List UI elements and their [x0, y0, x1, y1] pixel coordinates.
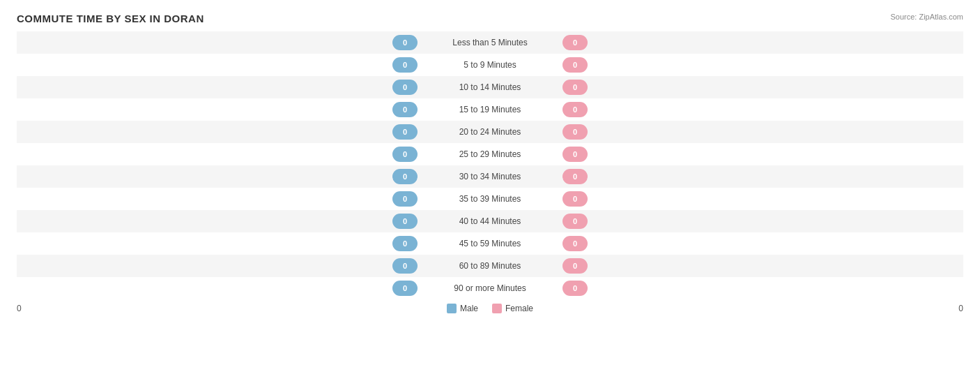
row-label: 10 to 14 Minutes — [420, 82, 560, 92]
female-pill: 0 — [562, 57, 588, 73]
female-pill: 0 — [562, 147, 588, 162]
female-swatch — [492, 304, 502, 313]
left-side: 0 — [17, 258, 420, 274]
bar-row: 0 5 to 9 Minutes 0 — [17, 54, 963, 76]
row-label: 40 to 44 Minutes — [420, 216, 560, 226]
bar-row: 0 90 or more Minutes 0 — [17, 277, 963, 299]
axis-label-left: 0 — [17, 304, 22, 313]
male-pill: 0 — [392, 80, 418, 95]
male-pill: 0 — [392, 169, 418, 184]
female-pill: 0 — [562, 35, 588, 50]
row-label: 20 to 24 Minutes — [420, 127, 560, 137]
female-pill: 0 — [562, 80, 588, 95]
male-pill: 0 — [392, 147, 418, 162]
right-side: 0 — [560, 236, 963, 251]
male-pill: 0 — [392, 214, 418, 229]
left-side: 0 — [17, 102, 420, 117]
row-label: Less than 5 Minutes — [420, 38, 560, 47]
row-label: 45 to 59 Minutes — [420, 239, 560, 248]
bar-row: 0 40 to 44 Minutes 0 — [17, 210, 963, 232]
female-pill: 0 — [562, 102, 588, 117]
bar-row: 0 60 to 89 Minutes 0 — [17, 255, 963, 277]
female-label: Female — [505, 304, 533, 313]
right-side: 0 — [560, 169, 963, 184]
male-pill: 0 — [392, 102, 418, 117]
female-pill: 0 — [562, 281, 588, 296]
row-label: 30 to 34 Minutes — [420, 172, 560, 181]
bar-row: 0 30 to 34 Minutes 0 — [17, 165, 963, 188]
right-side: 0 — [560, 191, 963, 207]
left-side: 0 — [17, 147, 420, 162]
rows-container: 0 Less than 5 Minutes 0 0 5 to 9 Minutes… — [17, 31, 963, 299]
chart-container: COMMUTE TIME BY SEX IN DORAN Source: Zip… — [0, 0, 980, 365]
legend: Male Female — [447, 304, 533, 313]
male-pill: 0 — [392, 236, 418, 251]
right-side: 0 — [560, 124, 963, 140]
right-side: 0 — [560, 102, 963, 117]
right-side: 0 — [560, 35, 963, 50]
bar-row: 0 35 to 39 Minutes 0 — [17, 188, 963, 210]
bar-row: 0 10 to 14 Minutes 0 — [17, 76, 963, 98]
bar-row: 0 Less than 5 Minutes 0 — [17, 31, 963, 54]
male-label: Male — [460, 304, 478, 313]
left-side: 0 — [17, 191, 420, 207]
right-side: 0 — [560, 214, 963, 229]
left-side: 0 — [17, 214, 420, 229]
left-side: 0 — [17, 236, 420, 251]
bottom-area: 0 Male Female 0 — [17, 299, 963, 313]
bar-row: 0 25 to 29 Minutes 0 — [17, 143, 963, 165]
female-pill: 0 — [562, 258, 588, 274]
right-side: 0 — [560, 281, 963, 296]
female-pill: 0 — [562, 169, 588, 184]
bar-row: 0 20 to 24 Minutes 0 — [17, 121, 963, 143]
chart-title: COMMUTE TIME BY SEX IN DORAN — [17, 13, 963, 24]
right-side: 0 — [560, 258, 963, 274]
right-side: 0 — [560, 80, 963, 95]
left-side: 0 — [17, 124, 420, 140]
male-pill: 0 — [392, 124, 418, 140]
left-side: 0 — [17, 57, 420, 73]
left-side: 0 — [17, 80, 420, 95]
male-swatch — [447, 304, 457, 313]
axis-label-right: 0 — [958, 304, 963, 313]
female-pill: 0 — [562, 214, 588, 229]
left-side: 0 — [17, 35, 420, 50]
right-side: 0 — [560, 147, 963, 162]
male-pill: 0 — [392, 258, 418, 274]
row-label: 15 to 19 Minutes — [420, 105, 560, 114]
left-side: 0 — [17, 281, 420, 296]
legend-male: Male — [447, 304, 478, 313]
row-label: 5 to 9 Minutes — [420, 60, 560, 70]
source-label: Source: ZipAtlas.com — [890, 13, 963, 21]
female-pill: 0 — [562, 124, 588, 140]
female-pill: 0 — [562, 191, 588, 207]
male-pill: 0 — [392, 191, 418, 207]
row-label: 60 to 89 Minutes — [420, 261, 560, 271]
left-side: 0 — [17, 169, 420, 184]
bar-row: 0 15 to 19 Minutes 0 — [17, 98, 963, 121]
row-label: 35 to 39 Minutes — [420, 194, 560, 204]
row-label: 90 or more Minutes — [420, 283, 560, 293]
legend-female: Female — [492, 304, 533, 313]
row-label: 25 to 29 Minutes — [420, 149, 560, 159]
chart-area: 0 Less than 5 Minutes 0 0 5 to 9 Minutes… — [17, 31, 963, 308]
female-pill: 0 — [562, 236, 588, 251]
male-pill: 0 — [392, 57, 418, 73]
bar-row: 0 45 to 59 Minutes 0 — [17, 232, 963, 255]
male-pill: 0 — [392, 281, 418, 296]
right-side: 0 — [560, 57, 963, 73]
male-pill: 0 — [392, 35, 418, 50]
